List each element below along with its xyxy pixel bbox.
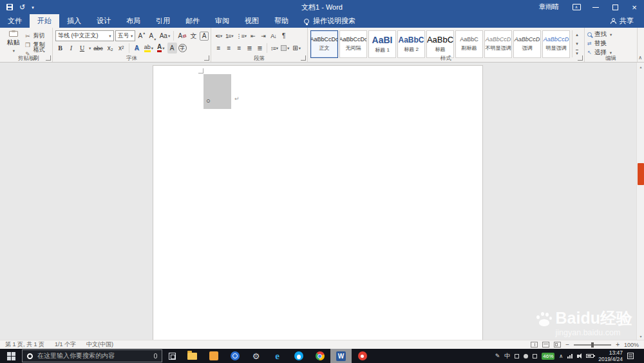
bold-button[interactable]: B (55, 43, 65, 54)
taskbar-app-qq[interactable] (288, 349, 309, 363)
save-icon[interactable] (6, 4, 13, 10)
style-item-no-spacing[interactable]: AaBbCcDc无间隔 (339, 30, 367, 58)
borders-button[interactable]: ⊞▾ (291, 43, 302, 54)
font-name-select[interactable]: 等线 (中文正文)▾ (55, 30, 114, 41)
undo-icon[interactable]: ↺ (19, 4, 25, 11)
show-hide-marks-button[interactable]: ¶ (279, 30, 289, 41)
print-layout-icon[interactable] (542, 342, 549, 348)
tab-references[interactable]: 引用 (148, 14, 178, 28)
tray-icon-1[interactable] (515, 354, 519, 358)
decrease-indent-button[interactable]: ⇤ (248, 30, 258, 41)
style-item-heading2[interactable]: AaBbC标题 2 (397, 30, 425, 58)
grow-font-button[interactable]: A▴ (137, 30, 146, 41)
document-page[interactable]: ○ ↵ (153, 65, 483, 340)
paste-button[interactable]: 粘贴 ▾ (3, 30, 24, 54)
styles-dialog-launcher[interactable] (578, 55, 583, 61)
increase-indent-button[interactable]: ⇥ (258, 30, 268, 41)
tray-icon-2[interactable] (524, 354, 528, 358)
tab-file[interactable]: 文件 (0, 14, 30, 28)
start-button[interactable] (0, 349, 22, 363)
notification-center-icon[interactable] (627, 353, 634, 359)
taskbar-app-settings[interactable]: ⚙ (245, 349, 267, 363)
tell-me-search[interactable]: 操作说明搜索 (296, 14, 363, 28)
scrollbar-thumb[interactable] (638, 163, 644, 185)
zoom-out-button[interactable]: − (565, 341, 569, 348)
read-mode-icon[interactable] (531, 342, 538, 348)
volume-icon[interactable] (577, 355, 579, 358)
tab-mailings[interactable]: 邮件 (178, 14, 207, 28)
style-item-subtitle[interactable]: AaBbC副标题 (455, 30, 483, 58)
web-layout-icon[interactable] (554, 342, 561, 348)
zoom-in-button[interactable]: + (616, 341, 620, 348)
style-item-subtle-emphasis[interactable]: AaBbCcD不明显强调 (484, 30, 512, 58)
collapse-ribbon-button[interactable]: ∧ (638, 55, 642, 61)
style-item-emphasis[interactable]: AaBbCcD强调 (513, 30, 541, 58)
shading-button[interactable]: ▾ (279, 43, 290, 54)
line-spacing-button[interactable]: ↕≡▾ (269, 43, 279, 54)
vertical-scrollbar[interactable]: ▴ ▾ (636, 63, 644, 340)
tab-home[interactable]: 开始 (30, 14, 59, 28)
ribbon-display-options-button[interactable]: ∧ (567, 0, 586, 14)
highlight-color-button[interactable]: ab▾ (143, 43, 155, 54)
strikethrough-button[interactable]: abc (92, 43, 104, 54)
underline-button[interactable]: U (77, 43, 87, 54)
microphone-icon[interactable] (154, 353, 157, 358)
ime-indicator[interactable]: 中 (504, 352, 510, 360)
sort-button[interactable]: A↓ (269, 30, 278, 41)
share-button[interactable]: 共享 (600, 14, 644, 28)
tray-pen-icon[interactable]: ✎ (495, 353, 500, 359)
style-item-title[interactable]: AaBbC标题 (426, 30, 454, 58)
align-right-button[interactable]: ≡ (234, 43, 244, 54)
hidden-icons-chevron[interactable]: ∧ (559, 353, 563, 359)
phonetic-guide-button[interactable]: 文 (189, 30, 198, 41)
taskbar-app-yellow[interactable] (203, 349, 224, 363)
multilevel-list-button[interactable]: ⋮≡▾ (235, 30, 248, 41)
align-center-button[interactable]: ≡ (224, 43, 234, 54)
distribute-button[interactable]: ≣ (255, 43, 265, 54)
zoom-slider[interactable] (574, 344, 611, 346)
zoom-level[interactable]: 100% (624, 342, 639, 348)
minimize-button[interactable] (586, 0, 605, 14)
clear-formatting-button[interactable]: A (176, 30, 187, 41)
style-item-intense-emphasis[interactable]: AaBbCcD明显强调 (542, 30, 570, 58)
enclose-characters-button[interactable]: 字 (178, 44, 187, 52)
battery-icon[interactable] (586, 354, 594, 358)
character-shading-button[interactable]: A (167, 43, 177, 54)
font-size-select[interactable]: 五号▾ (115, 30, 136, 41)
subscript-button[interactable]: x₂ (106, 43, 115, 54)
find-button[interactable]: 查找▾ (587, 30, 635, 39)
replace-button[interactable]: ⇄替换 (587, 39, 635, 48)
cut-button[interactable]: ✂剪切 (24, 32, 50, 40)
word-count[interactable]: 1/1 个字 (55, 340, 76, 349)
zoom-slider-thumb[interactable] (591, 342, 594, 348)
account-user-name[interactable]: 章雨晴 (539, 3, 560, 12)
network-icon[interactable] (567, 354, 573, 358)
superscript-button[interactable]: x² (117, 43, 126, 54)
character-border-button[interactable]: A (200, 32, 209, 41)
scroll-up-icon[interactable]: ▴ (637, 63, 644, 70)
battery-percentage-badge[interactable]: 46% (542, 353, 554, 360)
taskbar-app-file-explorer[interactable] (182, 349, 203, 363)
tab-design[interactable]: 设计 (89, 14, 118, 28)
tab-help[interactable]: 帮助 (267, 14, 296, 28)
tab-review[interactable]: 审阅 (207, 14, 237, 28)
style-item-heading1[interactable]: AaBI标题 1 (368, 30, 396, 58)
text-effects-button[interactable]: A (132, 43, 142, 54)
taskbar-search-box[interactable]: 在这里输入你要搜索的内容 (22, 349, 162, 362)
align-left-button[interactable]: ≡ (214, 43, 223, 54)
language-indicator[interactable]: 中文(中国) (86, 340, 113, 349)
style-item-normal[interactable]: AaBbCcDc正文 (310, 30, 338, 58)
paragraph-dialog-launcher[interactable] (301, 55, 306, 61)
font-color-button[interactable]: A▾ (156, 43, 166, 54)
select-button[interactable]: ↖选择▾ (587, 48, 635, 57)
tab-layout[interactable]: 布局 (118, 14, 148, 28)
change-case-button[interactable]: Aa▾ (158, 30, 171, 41)
page-indicator[interactable]: 第 1 页, 共 1 页 (5, 340, 44, 349)
selected-object[interactable]: ○ (204, 74, 231, 109)
close-button[interactable]: × (625, 0, 644, 14)
taskbar-app-chrome[interactable] (309, 349, 330, 363)
taskbar-app-edge[interactable]: e (267, 349, 288, 363)
tab-insert[interactable]: 插入 (59, 14, 89, 28)
clipboard-dialog-launcher[interactable] (46, 55, 51, 61)
clock[interactable]: 13:47 2019/4/24 (598, 349, 623, 362)
